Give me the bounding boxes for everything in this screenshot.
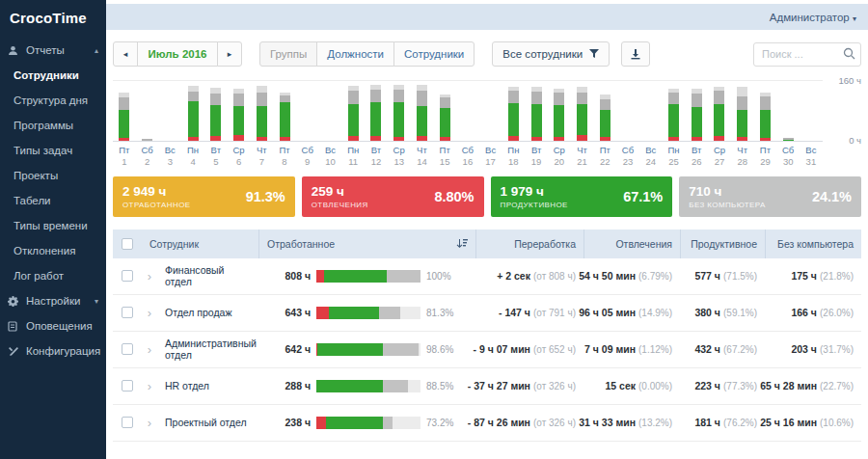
table-row[interactable]: ›Проектный отдел238 ч73.2%- 87 ч 26 мин(… (113, 405, 861, 442)
row-checkbox[interactable] (122, 380, 133, 392)
chart-bar[interactable] (393, 85, 404, 141)
row-checkbox[interactable] (122, 307, 133, 318)
chart-day-column (800, 81, 823, 141)
summary-card-no-computer[interactable]: 710 чБЕЗ КОМПЬЮТЕРА24.1% (679, 176, 861, 217)
chart-day-label: Вт26 (685, 145, 708, 168)
select-all-checkbox[interactable] (122, 238, 133, 250)
sidebar-item-projects[interactable]: Проекты (0, 163, 106, 188)
chart-bar[interactable] (668, 89, 679, 141)
sidebar-item-task-types[interactable]: Типы задач (0, 138, 106, 163)
chart-bar[interactable] (142, 139, 152, 141)
chart-bar-segment (440, 108, 450, 137)
header-productive[interactable]: Продуктивное (680, 230, 765, 258)
sidebar-item-timesheets[interactable]: Табели (0, 188, 106, 213)
chart-day-column (181, 81, 204, 141)
table-row[interactable]: ›Финансовый отдел808 ч100%+ 2 сек(от 808… (113, 258, 861, 295)
chart-bar[interactable] (737, 87, 747, 141)
employee-filter-dropdown[interactable]: Все сотрудники (492, 41, 610, 67)
chart-bar[interactable] (531, 87, 542, 141)
chart-bar[interactable] (600, 94, 610, 141)
chart-bar[interactable] (370, 85, 381, 141)
header-worked[interactable]: Отработанное (258, 230, 475, 258)
chart-bar[interactable] (188, 86, 199, 141)
sidebar-section-alerts[interactable]: Оповещения (0, 313, 106, 338)
chart-bar[interactable] (210, 88, 221, 141)
no-computer-value: 65 ч 28 мин (760, 380, 817, 392)
chart-bar[interactable] (783, 138, 794, 141)
chart-bar[interactable] (692, 89, 702, 141)
period-button[interactable]: Июль 2016 (137, 41, 218, 67)
sidebar-item-programs[interactable]: Программы (0, 113, 106, 138)
prev-period-button[interactable]: ◂ (113, 41, 138, 67)
expand-row-icon[interactable]: › (142, 307, 157, 319)
day-number-label: 5 (204, 156, 228, 168)
chart-day-label: Вс3 (158, 145, 181, 168)
chart-bar-segment (370, 102, 381, 136)
row-checkbox[interactable] (122, 343, 133, 355)
day-number-label: 23 (616, 156, 639, 168)
chart-bar[interactable] (417, 85, 427, 141)
chart-bar-segment (188, 101, 199, 137)
chart-bar[interactable] (508, 87, 519, 141)
worked-percent: 98.6% (426, 344, 453, 355)
chart-bar[interactable] (257, 86, 267, 141)
expand-row-icon[interactable]: › (142, 343, 157, 356)
user-menu[interactable]: Администратор ▾ (770, 12, 856, 23)
chart-bar[interactable] (714, 87, 724, 141)
weekday-label: Сб (456, 145, 479, 156)
chart-bar[interactable] (554, 89, 564, 141)
chart-bar[interactable] (440, 94, 450, 141)
weekday-label: Сб (776, 145, 800, 156)
chart-bar[interactable] (119, 93, 129, 141)
sidebar-section-reports[interactable]: Отчеты▴ (0, 38, 106, 63)
row-checkbox[interactable] (122, 417, 133, 428)
summary-card-distractions[interactable]: 259 чОТВЛЕЧЕНИЯ8.80% (302, 176, 484, 217)
day-number-label: 29 (754, 156, 777, 168)
expand-row-icon[interactable]: › (142, 380, 157, 392)
chart-bar[interactable] (760, 93, 771, 141)
header-no-computer[interactable]: Без компьютера (765, 230, 861, 258)
header-employee[interactable]: Сотрудник (142, 230, 258, 258)
summary-card-hours: 1 979 ч (501, 184, 568, 199)
sort-descending-icon[interactable] (456, 238, 468, 249)
table-row[interactable]: ›Административный отдел642 ч98.6%- 9 ч 0… (113, 332, 861, 368)
chart-bar[interactable] (280, 93, 290, 141)
chart-bar-segment (233, 106, 244, 135)
summary-card-worked[interactable]: 2 949 чОТРАБОТАННОЕ91.3% (113, 176, 295, 217)
sidebar-item-deviations[interactable]: Отклонения (0, 238, 106, 263)
chart-bar-segment (210, 94, 221, 105)
chart-bar-segment (737, 110, 747, 137)
expand-row-icon[interactable]: › (142, 270, 157, 283)
chart-day-label: Пт8 (273, 145, 296, 168)
next-period-button[interactable]: ▸ (217, 41, 242, 67)
sidebar-item-day-structure[interactable]: Структура дня (0, 88, 106, 113)
chart-day-column (593, 81, 616, 141)
download-button[interactable] (621, 41, 650, 67)
tab-employees[interactable]: Сотрудники (393, 41, 475, 67)
sidebar-item-employees[interactable]: Сотрудники (0, 63, 106, 88)
sidebar-item-time-types[interactable]: Типы времени (0, 213, 106, 238)
table-row[interactable]: ›Отдел продаж643 ч81.3%- 147 ч(от 791 ч)… (113, 295, 861, 332)
sidebar-section-settings[interactable]: Настройки▾ (0, 288, 106, 313)
header-distractions[interactable]: Отвлечения (583, 230, 680, 258)
chart-day-label: Пт15 (433, 145, 456, 168)
sidebar-section-configuration[interactable]: Конфигурация (0, 338, 106, 364)
sidebar-item-work-log[interactable]: Лог работ (0, 263, 106, 288)
sidebar: CrocoTime Отчеты▴СотрудникиСтруктура дня… (0, 0, 106, 459)
productive-note: (59.1%) (723, 308, 757, 318)
weekday-label: Вс (800, 145, 823, 156)
tab-positions[interactable]: Должности (316, 41, 394, 67)
expand-row-icon[interactable]: › (142, 417, 157, 429)
header-overtime[interactable]: Переработка (475, 230, 583, 258)
table-row[interactable]: ›HR отдел288 ч88.5%- 37 ч 27 мин(от 326 … (113, 368, 861, 405)
summary-card-productive[interactable]: 1 979 чПРОДУКТИВНОЕ67.1% (491, 176, 673, 217)
tab-groups[interactable]: Группы (259, 41, 317, 67)
chart-bar[interactable] (348, 86, 359, 141)
distraction-cell: 7 ч 09 мин(1.12%) (583, 343, 680, 355)
row-checkbox[interactable] (122, 270, 133, 282)
weekday-label: Вс (479, 145, 502, 156)
chart-bar[interactable] (577, 87, 587, 141)
chart-bar[interactable] (233, 89, 244, 141)
search-icon[interactable] (843, 47, 855, 60)
app-window: CrocoTime Отчеты▴СотрудникиСтруктура дня… (0, 0, 868, 459)
